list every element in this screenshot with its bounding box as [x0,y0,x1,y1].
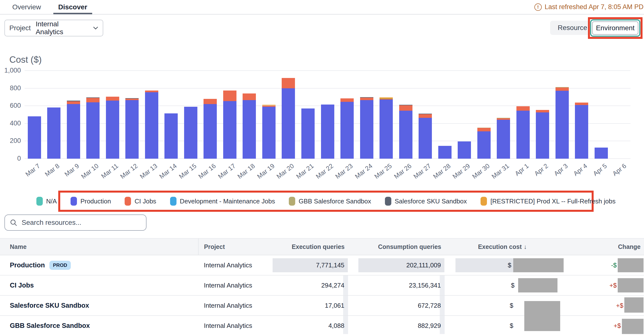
x-axis-label: Mar 8 [33,162,61,186]
bar[interactable] [28,71,41,159]
sort-desc-icon[interactable]: ↓ [524,243,527,250]
redaction-block [513,258,564,272]
project-filter-value: Internal Analytics [36,20,88,36]
column-header-name[interactable]: Name [0,243,198,250]
bar[interactable] [575,71,588,159]
bar[interactable] [340,71,354,159]
x-axis-label: Apr 1 [502,162,530,186]
bar[interactable] [125,71,139,159]
bar-segment [301,109,315,159]
x-axis-label: Mar 25 [365,162,393,186]
chevron-down-icon [93,26,98,30]
search-box [4,214,146,231]
x-axis-label: Mar 7 [14,162,42,186]
bar[interactable] [223,71,236,159]
legend-item[interactable]: Salesforce SKU Sandbox [385,197,467,206]
bar-segment [556,91,569,159]
bar[interactable] [399,71,412,159]
bar-segment [86,102,100,159]
bar[interactable] [47,71,60,159]
bar[interactable] [594,71,608,159]
bar[interactable] [497,71,510,159]
bar[interactable] [360,71,373,159]
table-row[interactable]: GBB Salesforce SandboxInternal Analytics… [0,316,644,335]
table-row[interactable]: CI JobsInternal Analytics294,27423,156,3… [0,275,644,296]
cell-value: 672,728 [418,302,444,309]
column-header-project[interactable]: Project [198,243,273,250]
annotation-box-environment: Environment [588,17,642,39]
bar[interactable] [106,71,119,159]
consumption-queries-cell: 882,929 [348,322,444,329]
currency-symbol: $ [510,302,513,309]
bar-segment [380,99,393,99]
bar[interactable] [458,71,471,159]
column-header-execution-cost[interactable]: Execution cost ↓ [445,243,564,250]
legend-item[interactable]: GBB Salesforce Sandbox [289,197,371,206]
execution-queries-cell: 294,274 [272,282,348,289]
bar[interactable] [380,71,393,159]
bar[interactable] [301,71,315,159]
x-axis-label: Mar 28 [424,162,452,186]
bar[interactable] [184,71,198,159]
column-header-execution-queries[interactable]: Execution queries [273,243,348,250]
tab-overview[interactable]: Overview [7,0,46,14]
column-header-consumption-queries[interactable]: Consumption queries [348,243,445,250]
bar-segment [360,98,373,100]
legend-label: CI Jobs [134,197,156,205]
tab-discover[interactable]: Discover [53,0,92,14]
legend-item[interactable]: Development - Maintenance Jobs [170,197,275,206]
legend-item[interactable]: N/A [36,197,57,206]
bar[interactable] [204,71,217,159]
legend-swatch [480,197,487,206]
bar[interactable] [516,71,530,159]
legend-item[interactable]: CI Jobs [124,197,156,206]
bar[interactable] [321,71,334,159]
x-axis-label: Mar 10 [72,162,100,186]
x-axis-label: Apr 3 [541,162,569,186]
y-axis-label: 200 [1,137,21,145]
legend-label: [RESTRICTED] Prod XL -- Full-Refresh job… [490,197,616,205]
bar-segment [477,131,490,159]
view-toggle-environment[interactable]: Environment [592,22,638,35]
bar-segment [47,108,60,159]
bar[interactable] [536,71,549,159]
project-filter-dropdown[interactable]: Project Internal Analytics [4,20,103,37]
table-row[interactable]: Salesforce SKU SandboxInternal Analytics… [0,296,644,316]
execution-cost-header-label: Execution cost [478,243,522,250]
bar[interactable] [556,71,569,159]
column-header-change[interactable]: Change [564,243,644,250]
x-axis-label: Apr 6 [600,162,628,186]
bar[interactable] [614,71,627,159]
change-cell: +$ [564,278,644,292]
search-input[interactable] [21,218,141,227]
bar-segment [164,113,178,159]
bar[interactable] [145,71,158,159]
legend-item[interactable]: Production [70,197,111,206]
bar[interactable] [477,71,490,159]
table-row[interactable]: ProductionPRODInternal Analytics7,771,14… [0,255,644,275]
bar[interactable] [242,71,256,159]
bar-segment [360,100,373,159]
bar[interactable] [262,71,276,159]
name-cell: Salesforce SKU Sandbox [0,302,198,309]
bar-segment [204,104,217,159]
bar[interactable] [438,71,452,159]
x-axis-label: Mar 11 [92,162,120,186]
bar-segment [516,111,530,159]
bar[interactable] [67,71,80,159]
legend-label: Development - Maintenance Jobs [180,197,275,205]
bar[interactable] [282,71,295,159]
bar-segment [399,105,412,111]
bar[interactable] [418,71,432,159]
cell-value: 23,156,341 [409,282,444,289]
x-axis-label: Mar 27 [404,162,432,186]
bar-segment [67,101,80,101]
bar[interactable] [86,71,100,159]
bar[interactable] [164,71,178,159]
legend-item[interactable]: [RESTRICTED] Prod XL -- Full-Refresh job… [480,197,616,206]
bar-segment [262,105,276,106]
bar-segment [321,105,334,159]
x-axis-label: Mar 30 [463,162,491,186]
column-divider [198,239,198,255]
bar-segment [556,87,569,88]
